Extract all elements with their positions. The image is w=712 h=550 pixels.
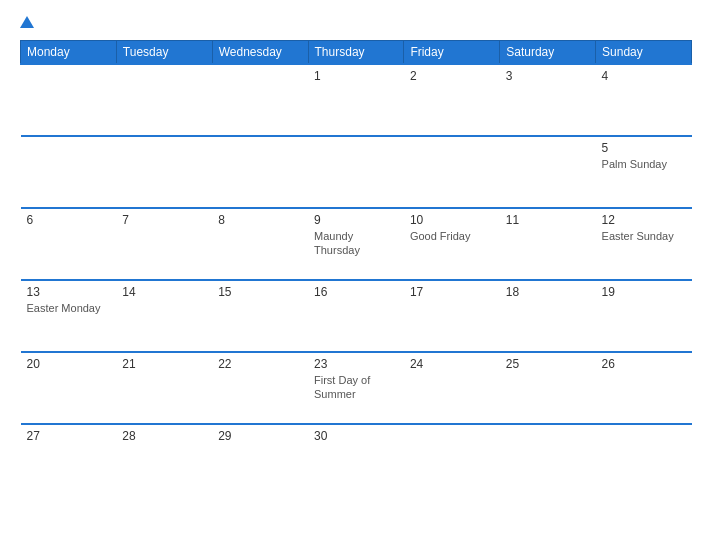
holiday-label: First Day of Summer xyxy=(314,373,398,402)
day-number: 13 xyxy=(27,285,111,299)
calendar-cell xyxy=(500,136,596,208)
day-number: 1 xyxy=(314,69,398,83)
calendar-cell: 18 xyxy=(500,280,596,352)
calendar-cell: 21 xyxy=(116,352,212,424)
col-header-wednesday: Wednesday xyxy=(212,41,308,65)
calendar-cell: 19 xyxy=(596,280,692,352)
calendar-cell xyxy=(404,136,500,208)
header xyxy=(20,16,692,28)
calendar-cell: 14 xyxy=(116,280,212,352)
calendar-cell: 12Easter Sunday xyxy=(596,208,692,280)
day-number: 3 xyxy=(506,69,590,83)
day-number: 25 xyxy=(506,357,590,371)
col-header-thursday: Thursday xyxy=(308,41,404,65)
day-number: 29 xyxy=(218,429,302,443)
calendar-cell: 8 xyxy=(212,208,308,280)
calendar-cell xyxy=(212,136,308,208)
calendar-cell xyxy=(21,64,117,136)
calendar-cell: 17 xyxy=(404,280,500,352)
calendar-cell: 3 xyxy=(500,64,596,136)
calendar-cell: 1 xyxy=(308,64,404,136)
calendar-cell xyxy=(596,424,692,476)
col-header-tuesday: Tuesday xyxy=(116,41,212,65)
calendar-cell: 7 xyxy=(116,208,212,280)
day-number: 5 xyxy=(602,141,686,155)
calendar-cell: 16 xyxy=(308,280,404,352)
calendar-cell xyxy=(500,424,596,476)
calendar-cell: 13Easter Monday xyxy=(21,280,117,352)
day-number: 8 xyxy=(218,213,302,227)
calendar-cell: 27 xyxy=(21,424,117,476)
calendar-cell: 2 xyxy=(404,64,500,136)
calendar-cell xyxy=(116,136,212,208)
day-number: 22 xyxy=(218,357,302,371)
holiday-label: Easter Sunday xyxy=(602,229,686,243)
day-number: 21 xyxy=(122,357,206,371)
calendar-cell: 23First Day of Summer xyxy=(308,352,404,424)
week-row-3: 6789Maundy Thursday10Good Friday1112East… xyxy=(21,208,692,280)
day-number: 30 xyxy=(314,429,398,443)
calendar-cell: 9Maundy Thursday xyxy=(308,208,404,280)
day-number: 23 xyxy=(314,357,398,371)
day-number: 27 xyxy=(27,429,111,443)
calendar-cell: 25 xyxy=(500,352,596,424)
day-number: 11 xyxy=(506,213,590,227)
calendar-cell: 26 xyxy=(596,352,692,424)
col-header-saturday: Saturday xyxy=(500,41,596,65)
calendar-cell: 5Palm Sunday xyxy=(596,136,692,208)
calendar-cell xyxy=(308,136,404,208)
col-header-monday: Monday xyxy=(21,41,117,65)
logo xyxy=(20,16,36,28)
week-row-4: 13Easter Monday141516171819 xyxy=(21,280,692,352)
calendar-header-row: MondayTuesdayWednesdayThursdayFridaySatu… xyxy=(21,41,692,65)
calendar-cell: 20 xyxy=(21,352,117,424)
calendar-cell xyxy=(212,64,308,136)
day-number: 2 xyxy=(410,69,494,83)
logo-triangle-icon xyxy=(20,16,34,28)
calendar-cell: 24 xyxy=(404,352,500,424)
day-number: 20 xyxy=(27,357,111,371)
calendar-page: MondayTuesdayWednesdayThursdayFridaySatu… xyxy=(0,0,712,550)
day-number: 15 xyxy=(218,285,302,299)
calendar-cell: 30 xyxy=(308,424,404,476)
calendar-cell: 22 xyxy=(212,352,308,424)
day-number: 7 xyxy=(122,213,206,227)
day-number: 28 xyxy=(122,429,206,443)
day-number: 26 xyxy=(602,357,686,371)
week-row-6: 27282930 xyxy=(21,424,692,476)
day-number: 19 xyxy=(602,285,686,299)
calendar-cell: 6 xyxy=(21,208,117,280)
holiday-label: Maundy Thursday xyxy=(314,229,398,258)
calendar-cell: 11 xyxy=(500,208,596,280)
calendar-cell xyxy=(116,64,212,136)
logo-blue-text xyxy=(20,16,36,28)
day-number: 17 xyxy=(410,285,494,299)
calendar-cell: 29 xyxy=(212,424,308,476)
holiday-label: Palm Sunday xyxy=(602,157,686,171)
week-row-2: 5Palm Sunday xyxy=(21,136,692,208)
calendar-cell: 10Good Friday xyxy=(404,208,500,280)
holiday-label: Good Friday xyxy=(410,229,494,243)
day-number: 14 xyxy=(122,285,206,299)
holiday-label: Easter Monday xyxy=(27,301,111,315)
day-number: 10 xyxy=(410,213,494,227)
calendar-cell: 28 xyxy=(116,424,212,476)
day-number: 24 xyxy=(410,357,494,371)
week-row-5: 20212223First Day of Summer242526 xyxy=(21,352,692,424)
calendar-cell: 15 xyxy=(212,280,308,352)
day-number: 6 xyxy=(27,213,111,227)
day-number: 9 xyxy=(314,213,398,227)
day-number: 18 xyxy=(506,285,590,299)
col-header-friday: Friday xyxy=(404,41,500,65)
col-header-sunday: Sunday xyxy=(596,41,692,65)
calendar-cell xyxy=(404,424,500,476)
calendar-cell: 4 xyxy=(596,64,692,136)
day-number: 16 xyxy=(314,285,398,299)
calendar-table: MondayTuesdayWednesdayThursdayFridaySatu… xyxy=(20,40,692,476)
day-number: 4 xyxy=(602,69,686,83)
calendar-cell xyxy=(21,136,117,208)
week-row-1: 1234 xyxy=(21,64,692,136)
day-number: 12 xyxy=(602,213,686,227)
